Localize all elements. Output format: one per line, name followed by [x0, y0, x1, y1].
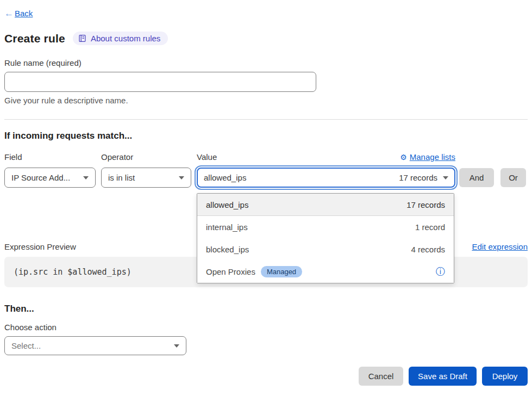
value-select[interactable]: allowed_ips 17 records [197, 168, 455, 188]
action-select[interactable]: Select... [4, 336, 186, 355]
chevron-down-icon [174, 344, 179, 348]
choose-action-label: Choose action [4, 323, 528, 332]
deploy-button[interactable]: Deploy [482, 367, 528, 386]
value-label: Value [197, 152, 217, 162]
list-option-blocked-ips[interactable]: blocked_ips 4 records [197, 238, 454, 261]
match-selects-row: IP Source Add... is in list allowed_ips … [4, 168, 528, 188]
save-draft-button[interactable]: Save as Draft [409, 367, 477, 386]
value-select-value: allowed_ips [204, 173, 246, 182]
chevron-down-icon [83, 176, 89, 180]
list-option-records: 1 record [415, 222, 445, 232]
operator-select-value: is in list [108, 173, 135, 182]
about-custom-rules-link[interactable]: About custom rules [73, 32, 168, 45]
manage-lists-link[interactable]: ⚙ Manage lists [400, 152, 455, 162]
page-title: Create rule [4, 32, 65, 45]
list-option-records: 4 records [411, 245, 445, 254]
operator-select[interactable]: is in list [101, 168, 191, 188]
chevron-down-icon [179, 176, 184, 180]
managed-badge: Managed [261, 266, 302, 277]
book-icon [78, 34, 86, 42]
or-button[interactable]: Or [500, 168, 526, 187]
about-custom-rules-label: About custom rules [91, 34, 160, 43]
create-rule-page: ← Back Create rule About custom rules Ru… [0, 0, 532, 402]
value-select-wrap: allowed_ips 17 records allowed_ips 17 re… [197, 168, 455, 188]
list-option-name: internal_ips [206, 222, 248, 232]
chevron-down-icon [443, 176, 448, 180]
list-option-internal-ips[interactable]: internal_ips 1 record [197, 216, 454, 238]
section-divider [4, 119, 528, 120]
match-section-heading: If incoming requests match... [4, 131, 528, 141]
title-row: Create rule About custom rules [4, 32, 528, 45]
info-icon[interactable]: ⓘ [436, 267, 445, 276]
gear-icon: ⚙ [400, 153, 407, 161]
list-option-allowed-ips[interactable]: allowed_ips 17 records [197, 194, 454, 216]
footer-actions: Cancel Save as Draft Deploy [4, 367, 528, 386]
expression-code: (ip.src in $allowed_ips) [14, 267, 132, 277]
action-select-placeholder: Select... [11, 341, 41, 350]
list-option-name: allowed_ips [206, 200, 248, 209]
back-link[interactable]: ← Back [4, 9, 33, 18]
then-section-heading: Then... [4, 304, 528, 314]
field-select-value: IP Source Add... [11, 173, 70, 182]
operator-label: Operator [101, 152, 191, 162]
list-option-open-proxies[interactable]: Open Proxies Managed ⓘ [197, 261, 454, 283]
manage-lists-label: Manage lists [410, 152, 455, 162]
back-arrow-icon: ← [4, 9, 14, 18]
field-select[interactable]: IP Source Add... [4, 168, 96, 188]
list-dropdown-menu: allowed_ips 17 records internal_ips 1 re… [197, 193, 454, 283]
back-label: Back [15, 9, 33, 18]
rule-name-label: Rule name (required) [4, 58, 528, 67]
list-option-records: 17 records [406, 200, 445, 209]
match-labels-row: Field Operator Value ⚙ Manage lists [4, 152, 528, 162]
value-records-count: 17 records [399, 173, 437, 182]
expression-preview-label: Expression Preview [4, 242, 76, 251]
and-button[interactable]: And [459, 168, 494, 187]
field-label: Field [4, 152, 96, 162]
edit-expression-link[interactable]: Edit expression [472, 242, 528, 251]
rule-name-input[interactable] [4, 72, 316, 92]
cancel-button[interactable]: Cancel [359, 367, 403, 386]
list-option-name: Open Proxies [206, 267, 255, 276]
rule-name-helper: Give your rule a descriptive name. [4, 96, 528, 105]
list-option-name: blocked_ips [206, 245, 249, 254]
